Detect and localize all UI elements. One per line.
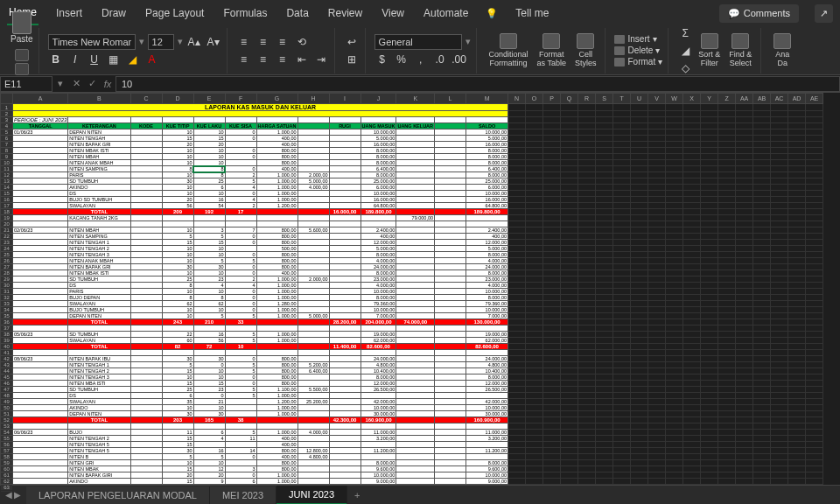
cell[interactable]: [771, 234, 788, 240]
cell[interactable]: 12: [193, 466, 225, 472]
cell[interactable]: [396, 479, 435, 485]
cell[interactable]: 1.000,00: [256, 289, 298, 295]
indent-decrease-icon[interactable]: ⇤: [294, 52, 310, 67]
cell[interactable]: [526, 123, 543, 130]
cell[interactable]: [329, 350, 360, 356]
cell[interactable]: 400,00: [256, 136, 298, 142]
cell[interactable]: [13, 417, 68, 424]
cell[interactable]: [578, 215, 596, 221]
cell[interactable]: [631, 209, 648, 215]
cell[interactable]: [718, 436, 736, 442]
cell[interactable]: [435, 338, 466, 344]
cell[interactable]: 10: [193, 246, 225, 252]
cell[interactable]: 10: [162, 270, 193, 276]
cell[interactable]: [631, 307, 648, 313]
cell[interactable]: [561, 221, 578, 228]
cell[interactable]: 400,00: [256, 442, 298, 448]
cell[interactable]: [561, 270, 578, 276]
cell[interactable]: [578, 228, 596, 234]
cell[interactable]: [435, 307, 466, 313]
row-header[interactable]: 2: [1, 111, 13, 117]
cell[interactable]: [631, 466, 648, 472]
cell[interactable]: [753, 209, 771, 215]
cell[interactable]: [771, 332, 788, 338]
cell[interactable]: [596, 123, 613, 130]
cell[interactable]: 0: [193, 362, 225, 368]
cell[interactable]: [666, 430, 683, 436]
cell[interactable]: [578, 454, 596, 460]
col-header-L[interactable]: L: [435, 94, 466, 104]
cell[interactable]: [613, 209, 631, 215]
cell[interactable]: [736, 466, 753, 472]
cell[interactable]: [130, 326, 162, 332]
cell[interactable]: 7: [225, 228, 256, 234]
row-header[interactable]: 6: [1, 136, 13, 142]
cell[interactable]: 210: [193, 319, 225, 326]
cell[interactable]: [736, 368, 753, 374]
cell[interactable]: [298, 154, 329, 160]
cell[interactable]: [718, 142, 736, 148]
cell[interactable]: 10: [193, 154, 225, 160]
cell[interactable]: [683, 197, 701, 203]
cell[interactable]: [771, 393, 788, 399]
cell[interactable]: 5: [225, 332, 256, 338]
cell[interactable]: 9.600,00: [360, 466, 396, 472]
cell[interactable]: [736, 234, 753, 240]
cell[interactable]: [753, 393, 771, 399]
cell[interactable]: 2: [225, 276, 256, 283]
cell[interactable]: 5.000,00: [466, 136, 508, 142]
cell[interactable]: [806, 362, 823, 368]
cell[interactable]: [508, 442, 526, 448]
cell[interactable]: [718, 368, 736, 374]
cell[interactable]: 800,00: [256, 466, 298, 472]
cell[interactable]: [753, 117, 771, 123]
cell[interactable]: [648, 387, 666, 393]
cell[interactable]: 8.000,00: [466, 252, 508, 258]
cell[interactable]: [631, 356, 648, 362]
cell[interactable]: [701, 313, 718, 319]
cell[interactable]: [298, 221, 329, 228]
cell[interactable]: [701, 436, 718, 442]
cell[interactable]: [508, 203, 526, 209]
cell[interactable]: [701, 466, 718, 472]
cell[interactable]: [526, 448, 543, 454]
cell[interactable]: 8.000,00: [466, 374, 508, 381]
cell[interactable]: [396, 295, 435, 301]
cell[interactable]: [466, 221, 508, 228]
cell[interactable]: [13, 350, 68, 356]
row-header[interactable]: 45: [1, 374, 13, 381]
cell[interactable]: [13, 448, 68, 454]
currency-icon[interactable]: $: [374, 52, 390, 67]
cell[interactable]: [526, 301, 543, 307]
cell[interactable]: [596, 350, 613, 356]
cell[interactable]: [596, 289, 613, 295]
cell[interactable]: [788, 295, 806, 301]
cell[interactable]: [596, 295, 613, 301]
cell[interactable]: [736, 472, 753, 479]
cell[interactable]: [13, 258, 68, 264]
cell[interactable]: [329, 166, 360, 172]
cell[interactable]: [543, 368, 561, 374]
cell[interactable]: [162, 326, 193, 332]
cell[interactable]: [578, 430, 596, 436]
cell[interactable]: [193, 350, 225, 356]
row-header[interactable]: 29: [1, 276, 13, 283]
cell[interactable]: [771, 424, 788, 430]
cell[interactable]: [596, 197, 613, 203]
cell[interactable]: [225, 460, 256, 466]
cell[interactable]: UANG MASUK: [360, 123, 396, 130]
cell[interactable]: [631, 142, 648, 148]
cell[interactable]: [718, 185, 736, 191]
cell[interactable]: [508, 148, 526, 154]
cell[interactable]: [666, 276, 683, 283]
cell[interactable]: [596, 313, 613, 319]
cell[interactable]: [13, 460, 68, 466]
cell[interactable]: [561, 368, 578, 374]
cell[interactable]: [736, 203, 753, 209]
cell[interactable]: [736, 270, 753, 276]
cell[interactable]: [466, 424, 508, 430]
cell[interactable]: 0: [225, 154, 256, 160]
cell[interactable]: [13, 479, 68, 485]
cell[interactable]: [396, 442, 435, 448]
cell[interactable]: [561, 393, 578, 399]
